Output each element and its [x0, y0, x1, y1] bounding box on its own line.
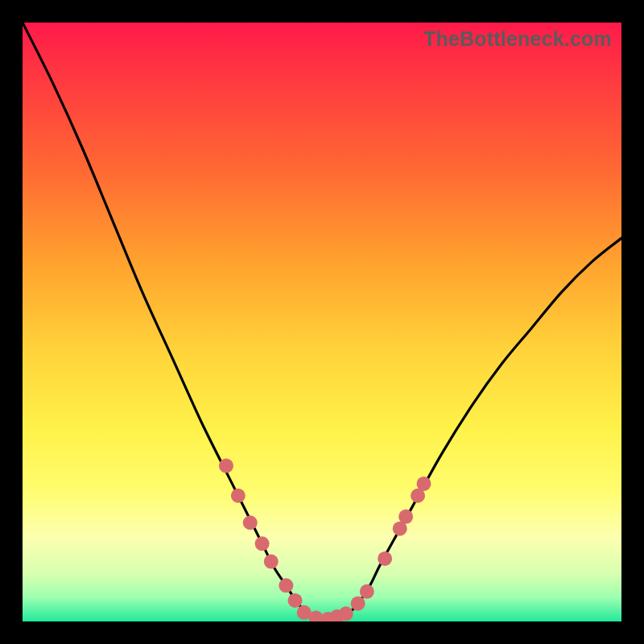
curve-dot [339, 606, 353, 621]
marker-layer [219, 459, 431, 621]
curve-dot [398, 510, 413, 524]
curve-dot [351, 597, 365, 611]
chart-frame: TheBottleneck.com [23, 23, 621, 621]
curve-dot [219, 459, 233, 473]
curve-dot [255, 536, 270, 551]
chart-svg [23, 23, 621, 621]
curve-dot [378, 551, 392, 566]
curve-dot [231, 489, 246, 503]
curve-dot [279, 578, 293, 592]
curve-dot [416, 477, 431, 491]
curve-dot [264, 555, 279, 569]
plot-area [23, 23, 621, 621]
watermark-text: TheBottleneck.com [423, 27, 612, 51]
curve-layer [23, 23, 621, 620]
curve-dot [243, 515, 258, 530]
bottleneck-curve-path [23, 23, 621, 620]
curve-dot [360, 584, 374, 599]
curve-dot [288, 593, 303, 608]
